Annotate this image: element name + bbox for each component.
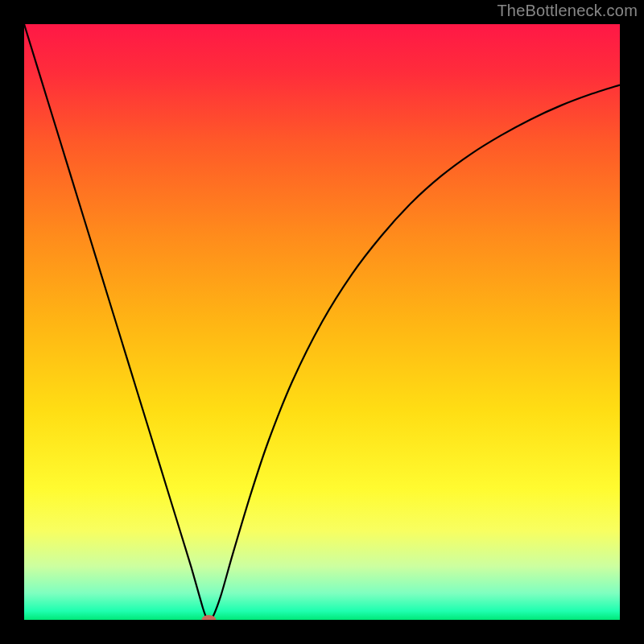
plot-area	[24, 24, 620, 620]
watermark-text: TheBottleneck.com	[497, 2, 638, 20]
chart-container: TheBottleneck.com	[0, 0, 644, 644]
chart-svg	[24, 24, 620, 620]
